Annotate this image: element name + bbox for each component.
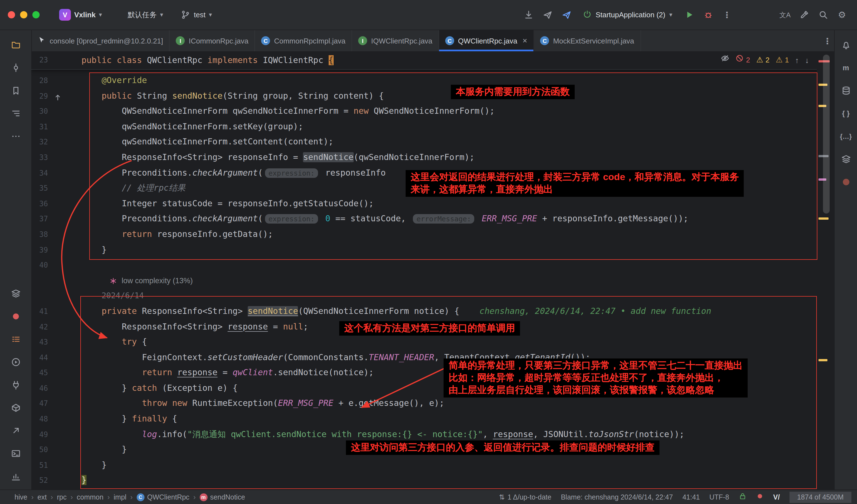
code-line-39[interactable]: 39 } <box>31 242 835 258</box>
close-tab-icon[interactable]: ✕ <box>522 37 527 44</box>
tool-notifications[interactable] <box>836 35 856 55</box>
inlay-metrics[interactable]: low complexity (13%) <box>31 273 835 288</box>
code-line-31[interactable]: 31 qwSendNoticeInnerForm.setKey(group); <box>31 119 835 135</box>
vim-widget[interactable]: V/ <box>773 493 780 501</box>
vcs-status[interactable]: ⇅ 1 Δ/up-to-date <box>499 493 551 501</box>
line-number[interactable]: 38 <box>31 227 48 242</box>
line-number[interactable]: 50 <box>31 442 48 458</box>
minimap[interactable] <box>817 51 835 489</box>
tool-run[interactable] <box>5 352 26 372</box>
warning-count[interactable]: 2 <box>766 51 769 69</box>
line-number[interactable]: 39 <box>31 242 48 258</box>
tool-todo[interactable] <box>5 329 26 349</box>
tab-icommonrpc-java[interactable]: IICommonRpc.java <box>170 30 255 51</box>
code-line-51[interactable]: 51 } <box>31 458 835 473</box>
tool-terminal[interactable] <box>5 443 26 463</box>
more-actions-button[interactable]: ⋮ <box>720 7 734 22</box>
project-widget[interactable]: V Vxlink ▾ <box>54 6 107 23</box>
tab-commonrpcimpl-java[interactable]: CCommonRpcImpl.java <box>255 30 352 51</box>
lock-icon[interactable] <box>739 492 746 502</box>
caret-position[interactable]: 41:41 <box>682 493 700 501</box>
next-problem-button[interactable]: ↓ <box>805 51 809 69</box>
line-number[interactable]: 51 <box>31 458 48 473</box>
tool-maven[interactable]: m <box>836 57 856 77</box>
highlight-mode-icon[interactable] <box>721 51 729 69</box>
code-line-48[interactable]: 48 } finally { <box>31 412 835 427</box>
line-number[interactable]: 34 <box>31 165 48 181</box>
sticky-line-number[interactable]: 23 <box>31 51 48 69</box>
tool-dependencies[interactable] <box>5 375 26 395</box>
line-number[interactable]: 43 <box>31 334 48 350</box>
tool-profiler[interactable] <box>5 466 26 486</box>
code-line-43[interactable]: 43 try { <box>31 334 835 350</box>
tool-snippets[interactable]: {…} <box>836 126 856 146</box>
breadcrumb-rpc[interactable]: rpc <box>57 493 67 501</box>
line-number[interactable]: 42 <box>31 319 48 334</box>
tool-layers[interactable] <box>836 149 856 169</box>
line-number[interactable]: 47 <box>31 396 48 412</box>
inlay-date[interactable]: 2024/6/14 <box>31 289 835 304</box>
tools-button[interactable] <box>797 7 811 22</box>
code-line-52[interactable]: 52} <box>31 473 835 488</box>
run-config-selector[interactable]: StartupApplication (2) ▾ <box>578 8 677 21</box>
task-selector[interactable]: 默认任务 ▾ <box>123 7 168 22</box>
tab-mockextserviceimpl-java[interactable]: CMockExtServiceImpl.java <box>534 30 641 51</box>
minimize-window-button[interactable] <box>20 11 27 18</box>
line-number[interactable]: 49 <box>31 427 48 442</box>
line-number[interactable]: 45 <box>31 365 48 381</box>
translate-button[interactable]: 文A <box>778 7 792 22</box>
code-line-32[interactable]: 32 qwSendNoticeInnerForm.setContent(cont… <box>31 135 835 150</box>
prev-problem-button[interactable]: ↑ <box>795 51 799 69</box>
settings-button[interactable]: ⚙ <box>835 7 849 22</box>
close-window-button[interactable] <box>8 11 15 18</box>
code-line-38[interactable]: 38 return responseInfo.getData(); <box>31 227 835 242</box>
code-line-47[interactable]: 47 throw new RuntimeException(ERR_MSG_PR… <box>31 396 835 412</box>
line-number[interactable]: 37 <box>31 212 48 227</box>
tool-bookmarks[interactable] <box>5 80 26 100</box>
code-line-40[interactable]: 40 <box>31 258 835 273</box>
blame-info[interactable]: Blame: chenshang 2024/6/14, 22:47 <box>561 493 673 501</box>
tool-structure[interactable] <box>5 103 26 123</box>
tab-qwclientrpc-java[interactable]: CQWClientRpc.java✕ <box>439 30 534 51</box>
code-line-29[interactable]: 29 public String sendNotice(String group… <box>31 88 835 104</box>
sticky-code-line[interactable]: public class QWClientRpc implements IQWC… <box>82 51 333 69</box>
tool-problems[interactable] <box>5 306 26 326</box>
code-line-49[interactable]: 49 log.info("消息通知 qwClient.sendNotice wi… <box>31 427 835 442</box>
tool-pull-requests[interactable] <box>5 420 26 440</box>
tab-list-button[interactable]: ⋮ <box>820 33 835 48</box>
line-number[interactable]: 35 <box>31 181 48 196</box>
line-number[interactable]: 41 <box>31 304 48 319</box>
breadcrumb-hive[interactable]: hive <box>15 493 27 501</box>
tool-database[interactable] <box>836 80 856 100</box>
line-number[interactable]: 36 <box>31 196 48 212</box>
breadcrumb-ext[interactable]: ext <box>37 493 47 501</box>
tool-services[interactable] <box>5 283 26 303</box>
breadcrumb-common[interactable]: common <box>77 493 103 501</box>
record-icon[interactable] <box>756 492 764 502</box>
weak-warning-count[interactable]: 1 <box>785 51 789 69</box>
deploy-button[interactable] <box>540 7 555 22</box>
zoom-window-button[interactable] <box>32 11 39 18</box>
code-line-28[interactable]: 28 @Override <box>31 73 835 88</box>
tab-console-0prod-redmin-10-2-0-21[interactable]: console [0prod_redmin@10.2.0.21] <box>31 30 170 51</box>
tab-iqwclientrpc-java[interactable]: IIQWClientRpc.java <box>352 30 439 51</box>
scrollbar-thumb[interactable] <box>823 55 830 213</box>
inspections-widget[interactable]: 2 ⚠2 ⚠1 ↑ ↓ <box>721 51 809 69</box>
code-line-33[interactable]: 33 ResponseInfo<String> responseInfo = s… <box>31 150 835 165</box>
tool-plugin[interactable] <box>836 172 856 192</box>
tool-ai-assistant[interactable]: { } <box>836 103 856 123</box>
memory-indicator[interactable]: 1874 of 4500M <box>789 491 852 503</box>
file-encoding[interactable]: UTF-8 <box>709 493 729 501</box>
download-button[interactable] <box>521 7 536 22</box>
line-number[interactable]: 33 <box>31 150 48 165</box>
code-line-37[interactable]: 37 Preconditions.checkArgument(expressio… <box>31 212 835 227</box>
line-number[interactable]: 46 <box>31 381 48 396</box>
run-button[interactable] <box>682 7 696 22</box>
breadcrumb-impl[interactable]: impl <box>114 493 127 501</box>
complexity-hint[interactable]: low complexity (13%) <box>122 276 193 284</box>
publish-button[interactable] <box>559 7 574 22</box>
tool-packages[interactable] <box>5 398 26 418</box>
tool-commit[interactable] <box>5 57 26 77</box>
branch-selector[interactable]: test ▾ <box>176 7 217 22</box>
debug-button[interactable] <box>701 7 715 22</box>
